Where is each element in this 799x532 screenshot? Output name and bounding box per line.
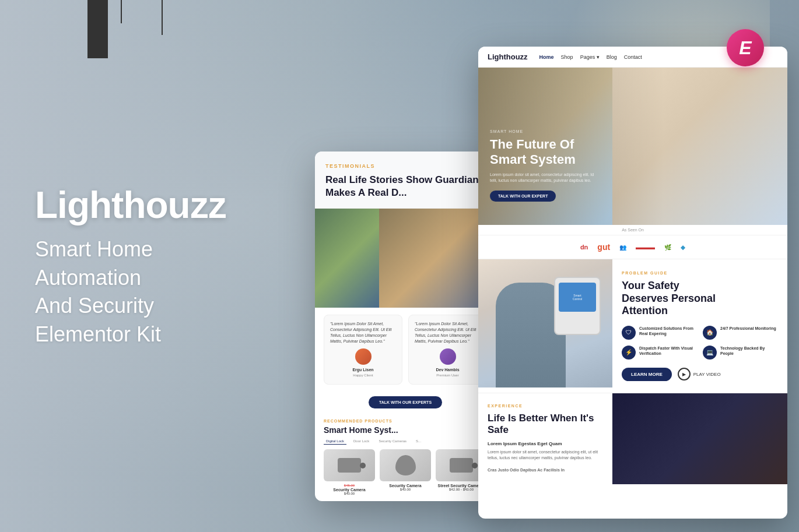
play-video-label: PLAY VIDEO [693, 372, 721, 377]
testimonials-mockup: TESTIMONIALS Real Life Stories Show Guar… [315, 152, 496, 501]
logo-4: ▬▬▬ [636, 244, 655, 251]
logo-5: 🌿 [664, 244, 671, 251]
logo-1: dn [580, 244, 588, 251]
feature-dispatch: ⚡ Dispatch Faster With Visual Verificati… [622, 346, 697, 360]
home-icon: 🏠 [703, 326, 717, 340]
products-section: RECOMMENDED PRODUCTS Smart Home Syst... … [315, 413, 496, 498]
brand-name: Lighthouzz [35, 186, 226, 224]
site-logo: Lighthouzz [488, 52, 528, 61]
elementor-logo: E [739, 37, 751, 59]
product-image-1 [324, 449, 375, 481]
hero-cta-button[interactable]: TALK WITH OUR EXPERT [490, 191, 556, 202]
shield-icon: 🛡 [622, 326, 636, 340]
hero-text-content: SMART HOME The Future Of Smart System Lo… [490, 129, 595, 202]
learn-more-button[interactable]: LEARN MORE [622, 368, 672, 381]
products-title: Smart Home Syst... [324, 425, 487, 435]
camera-dome-2 [395, 455, 416, 475]
site-hero: SMART HOME The Future Of Smart System Lo… [478, 68, 787, 225]
hero-title: The Future Of Smart System [490, 137, 595, 168]
product-tab-security-cameras[interactable]: Security Cameras [376, 438, 409, 445]
camera-shape-1 [338, 458, 361, 473]
product-price-1: $40.00 [324, 492, 375, 495]
testimonial-avatar-2 [440, 348, 456, 365]
life-section: EXPERIENCE Life Is Better When It's Safe… [478, 393, 787, 484]
feature-technology: 💻 Technology Backed By People [703, 346, 778, 360]
feature-monitoring: 🏠 24/7 Professional Monitoring [703, 326, 778, 340]
tech-icon: 💻 [703, 346, 717, 360]
product-image-2 [380, 449, 431, 481]
testimonial-card-2: "Lorem Ipsum Dolor Sit Amet, Consectetur… [408, 315, 487, 384]
camera-shape-3 [450, 458, 473, 473]
safety-section: SmartControl PROBLEM GUIDE Your Safety D… [478, 259, 787, 393]
logos-bar: dn gut 👥 ▬▬▬ 🌿 ◆ [478, 235, 787, 259]
life-subtitle: Lorem Ipsum Egestas Eget Quam [488, 441, 603, 446]
life-text: EXPERIENCE Life Is Better When It's Safe… [478, 393, 612, 484]
life-image-bg [612, 393, 787, 484]
nav-pages[interactable]: Pages ▾ [580, 54, 600, 60]
product-name-2: Security Camera [380, 484, 431, 488]
life-description: Lorem ipsum dolor sit amet, consectetur … [488, 449, 603, 474]
problem-guide-label: PROBLEM GUIDE [622, 271, 778, 275]
nav-blog[interactable]: Blog [607, 54, 617, 60]
testimonial-quote-1: "Lorem Ipsum Dolor Sit Amet, Consectetur… [330, 321, 396, 344]
feature-monitoring-text: 24/7 Professional Monitoring [720, 326, 776, 331]
device-screen: SmartControl [559, 283, 596, 312]
logo-6: ◆ [681, 244, 685, 251]
hero-description: Lorem ipsum dolor sit amet, consectetur … [490, 172, 595, 184]
testimonial-role-2: Premium User [415, 373, 481, 378]
nav-shop[interactable]: Shop [561, 54, 573, 60]
logo-2: gut [597, 242, 610, 252]
play-icon: ▶ [678, 368, 691, 380]
products-label: RECOMMENDED PRODUCTS [324, 419, 487, 423]
product-card-2: Security Camera $40.00 [380, 449, 431, 495]
safety-image: SmartControl [478, 259, 612, 387]
hero-tagline: Smart Home Automation And Security Eleme… [35, 235, 226, 348]
testimonial-avatar-1 [355, 348, 372, 365]
elementor-badge: E [727, 29, 764, 66]
product-tab-door-lock[interactable]: Door Lock [351, 438, 372, 445]
safety-title: Your Safety Deserves Personal Attention [622, 280, 778, 318]
testimonial-cards-container: "Lorem Ipsum Dolor Sit Amet, Consectetur… [315, 308, 496, 391]
website-mockup: Lighthouzz Home Shop Pages ▾ Blog Contac… [478, 47, 787, 519]
experience-label: EXPERIENCE [488, 404, 603, 408]
device-panel: SmartControl [554, 277, 601, 335]
testimonial-quote-2: "Lorem Ipsum Dolor Sit Amet, Consectetur… [415, 321, 481, 344]
testimonial-card-1: "Lorem Ipsum Dolor Sit Amet, Consectetur… [324, 315, 402, 384]
features-grid: 🛡 Customized Solutions From Real Experin… [622, 326, 778, 360]
product-card-1: $45.00 Security Camera $40.00 [324, 449, 375, 495]
testimonial-name-1: Ergu Lisen [330, 367, 396, 373]
product-tab-digital-lock[interactable]: Digital Lock [324, 438, 346, 445]
product-tabs: Digital Lock Door Lock Security Cameras … [324, 438, 487, 445]
device-screen-text: SmartControl [573, 294, 582, 301]
nav-home[interactable]: Home [539, 54, 554, 60]
logo-3: 👥 [619, 244, 626, 251]
product-price-2: $40.00 [380, 488, 431, 491]
testimonials-cta-button[interactable]: TALK WITH OUR EXPERTS [369, 396, 442, 408]
feature-technology-text: Technology Backed By People [720, 346, 778, 356]
safety-text: PROBLEM GUIDE Your Safety Deserves Perso… [612, 259, 787, 393]
lightning-icon: ⚡ [622, 346, 636, 360]
feature-dispatch-text: Dispatch Faster With Visual Verification [639, 346, 697, 356]
feature-customized-text: Customized Solutions From Real Expering [639, 326, 697, 336]
hero-tag: SMART HOME [490, 129, 595, 133]
pendant-lights [87, 0, 204, 117]
nav-contact[interactable]: Contact [624, 54, 642, 60]
product-cards: $45.00 Security Camera $40.00 Security C… [324, 449, 487, 495]
testimonials-header: TESTIMONIALS Real Life Stories Show Guar… [315, 152, 496, 209]
hero-left-content: Lighthouzz Smart Home Automation And Sec… [35, 186, 226, 348]
play-video-button[interactable]: ▶ PLAY VIDEO [678, 368, 721, 380]
product-tab-more[interactable]: S... [413, 438, 423, 445]
feature-customized: 🛡 Customized Solutions From Real Experin… [622, 326, 697, 340]
action-buttons: LEARN MORE ▶ PLAY VIDEO [622, 368, 778, 381]
as-seen-on-label: As Seen On [478, 225, 787, 235]
testimonial-role-1: Happy Client [330, 373, 396, 378]
testimonials-label: TESTIMONIALS [325, 163, 485, 169]
product-old-price-1: $45.00 [324, 484, 375, 487]
product-name-1: Security Camera [324, 488, 375, 492]
testimonial-name-2: Dev Hambis [415, 367, 481, 373]
testimonials-title: Real Life Stories Show Guardian Makes A … [325, 174, 485, 199]
life-title: Life Is Better When It's Safe [488, 413, 603, 436]
testimonial-image-1 [315, 209, 379, 308]
life-image [612, 393, 787, 484]
testimonials-images [315, 209, 496, 308]
